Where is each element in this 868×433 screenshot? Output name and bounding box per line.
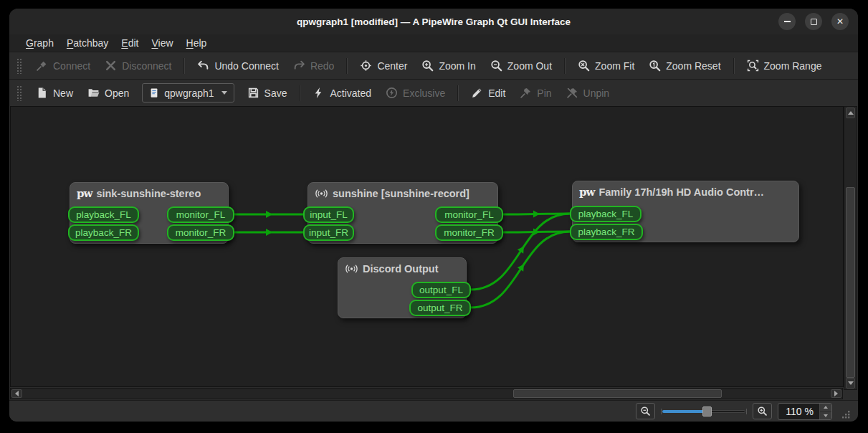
center-button[interactable]: Center <box>353 56 414 75</box>
toolbar-graph: Connect Disconnect Undo Connect Redo Cen… <box>9 52 858 79</box>
window-title: qpwgraph1 [modified] — A PipeWire Graph … <box>297 16 571 27</box>
undo-connect-button[interactable]: Undo Connect <box>190 56 286 75</box>
port-playback-fl[interactable]: playback_FL <box>68 206 139 223</box>
titlebar[interactable]: qpwgraph1 [modified] — A PipeWire Graph … <box>9 9 858 34</box>
zoom-out-button[interactable]: Zoom Out <box>483 56 559 75</box>
horizontal-scroll-thumb[interactable] <box>513 389 722 398</box>
statusbar: 110 % <box>9 400 858 422</box>
port-output-fl[interactable]: output_FL <box>411 282 471 298</box>
toolbar-separator <box>457 85 459 101</box>
menu-graph[interactable]: Graph <box>19 36 60 50</box>
vertical-scrollbar[interactable] <box>844 106 857 390</box>
zoom-slider-empty-track <box>707 410 745 413</box>
arrow-up-icon <box>848 111 854 115</box>
port-playback-fl[interactable]: playback_FL <box>570 206 642 222</box>
arrow-left-icon <box>15 391 19 396</box>
menu-patchbay[interactable]: Patchbay <box>60 36 115 50</box>
close-button[interactable]: ✕ <box>831 13 849 30</box>
minimize-button[interactable] <box>778 13 796 30</box>
vertical-scroll-thumb[interactable] <box>846 187 855 378</box>
horizontal-scrollbar[interactable] <box>10 388 843 399</box>
port-playback-fr[interactable]: playback_FR <box>68 224 139 241</box>
graph-canvas[interactable]: pw sink-sunshine-stereo sunshine [sunshi… <box>10 106 844 387</box>
toolbar-separator <box>733 58 735 74</box>
port-monitor-fl[interactable]: monitor_FL <box>435 206 503 223</box>
maximize-button[interactable] <box>805 13 822 30</box>
save-button[interactable]: Save <box>240 83 295 103</box>
maximize-icon <box>811 19 817 25</box>
disconnect-icon <box>105 60 117 72</box>
zoom-out-icon <box>490 60 502 72</box>
redo-button[interactable]: Redo <box>286 56 341 75</box>
zoom-slider-handle[interactable] <box>702 406 712 417</box>
open-button[interactable]: Open <box>80 83 136 103</box>
scroll-down-button[interactable] <box>846 378 855 389</box>
arrow-down-icon <box>848 381 854 385</box>
zoom-in-icon <box>421 60 434 72</box>
save-icon <box>247 87 259 99</box>
spin-up-button[interactable] <box>820 404 831 411</box>
menu-edit[interactable]: Edit <box>115 36 145 50</box>
connection-line[interactable] <box>503 232 570 232</box>
node-title: Family 17h/19h HD Audio Contr… <box>598 186 764 198</box>
toolbar-separator <box>183 58 185 74</box>
port-output-fr[interactable]: output_FR <box>409 300 471 316</box>
scroll-up-button[interactable] <box>846 108 855 118</box>
scroll-right-button[interactable] <box>831 389 841 398</box>
resize-grip[interactable] <box>841 409 851 419</box>
new-file-icon <box>36 87 48 99</box>
zoom-fit-button[interactable]: Zoom Fit <box>571 56 642 75</box>
exclusive-button[interactable]: Exclusive <box>378 83 452 103</box>
session-dropdown[interactable]: qpwgraph1 <box>142 83 234 103</box>
zoom-percent-value: 110 % <box>778 406 819 417</box>
arrow-up-icon <box>824 406 828 409</box>
app-window: qpwgraph1 [modified] — A PipeWire Graph … <box>9 9 858 422</box>
zoom-in-icon <box>757 406 768 417</box>
unpin-button[interactable]: Unpin <box>559 83 617 103</box>
new-button[interactable]: New <box>29 83 80 103</box>
port-monitor-fl[interactable]: monitor_FL <box>167 206 234 223</box>
toolbar-drag-handle[interactable] <box>16 58 22 74</box>
zoom-range-button[interactable]: Zoom Range <box>740 56 829 75</box>
node-title: Discord Output <box>363 263 439 275</box>
unpin-icon <box>566 87 578 99</box>
zoom-slider[interactable] <box>661 404 747 419</box>
spin-down-button[interactable] <box>820 411 831 419</box>
port-input-fr[interactable]: input_FR <box>303 224 354 241</box>
edit-button[interactable]: Edit <box>464 83 512 103</box>
broadcast-icon <box>345 263 358 275</box>
connect-button[interactable]: Connect <box>29 56 97 75</box>
zoom-percent-spinbox[interactable]: 110 % <box>778 403 832 420</box>
arrow-right-icon <box>834 391 838 396</box>
disconnect-button[interactable]: Disconnect <box>97 56 178 75</box>
connect-icon <box>36 60 48 72</box>
exclusive-bolt-icon <box>386 87 398 99</box>
scroll-left-button[interactable] <box>11 389 22 398</box>
zoom-range-icon <box>747 60 759 72</box>
port-monitor-fr[interactable]: monitor_FR <box>435 224 503 241</box>
pin-button[interactable]: Pin <box>512 83 558 103</box>
node-title: sink-sunshine-stereo <box>96 188 201 199</box>
menu-view[interactable]: View <box>145 36 179 50</box>
port-playback-fr[interactable]: playback_FR <box>570 224 643 240</box>
toolbar-separator <box>299 85 300 101</box>
statusbar-zoom-in-button[interactable] <box>753 403 772 419</box>
center-icon <box>360 60 372 72</box>
broadcast-icon <box>315 188 328 199</box>
activated-button[interactable]: Activated <box>305 83 378 103</box>
menubar: Graph Patchbay Edit View Help <box>9 34 858 52</box>
pipewire-icon: pw <box>77 189 92 199</box>
session-file-icon <box>149 87 159 98</box>
undo-icon <box>197 60 209 72</box>
menu-help[interactable]: Help <box>180 36 214 50</box>
toolbar-drag-handle[interactable] <box>16 85 22 101</box>
port-monitor-fr[interactable]: monitor_FR <box>167 224 234 241</box>
zoom-in-button[interactable]: Zoom In <box>414 56 482 75</box>
statusbar-zoom-out-button[interactable] <box>636 403 655 419</box>
zoom-reset-button[interactable]: Zoom Reset <box>642 56 728 75</box>
chevron-down-icon <box>221 91 227 95</box>
zoom-slider-filled-track <box>662 410 707 413</box>
port-input-fl[interactable]: input_FL <box>303 206 354 223</box>
connection-line[interactable] <box>503 214 570 214</box>
connections-layer <box>11 107 844 387</box>
